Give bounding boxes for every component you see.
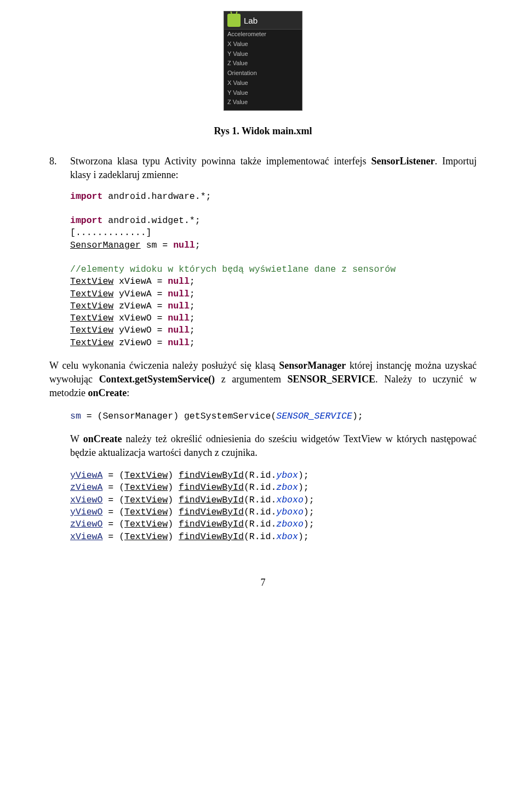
android-icon	[227, 14, 241, 27]
type-name: SensorManager	[70, 240, 141, 250]
android-screenshot: Lab Accelerometer X Value Y Value Z Valu…	[49, 11, 477, 111]
code-text: );	[298, 470, 309, 481]
code-text: );	[298, 482, 309, 493]
code-text: yViewA =	[113, 289, 168, 299]
code-text: (R.id.	[244, 470, 276, 481]
code-text: )	[168, 495, 179, 505]
method-call: findViewById	[179, 507, 244, 517]
code-text: );	[304, 495, 315, 505]
body-text: W	[70, 433, 83, 444]
body-text: z argumentem	[215, 374, 288, 385]
code-text: );	[298, 531, 309, 542]
code-text: xViewO =	[113, 313, 168, 323]
type-name: TextView	[70, 325, 113, 335]
class-name: SensorManager	[279, 360, 346, 371]
keyword: import	[70, 215, 102, 226]
code-text: ;	[190, 325, 195, 335]
code-text: (R.id.	[244, 507, 276, 517]
constant: xboxo	[276, 495, 304, 505]
type-name: TextView	[124, 531, 168, 542]
constant-name: SENSOR_SERVICE	[288, 374, 375, 385]
code-text: zViewA =	[113, 301, 168, 311]
body-text: :	[127, 387, 129, 398]
code-text: zViewO =	[113, 338, 168, 348]
variable: xViewA	[70, 531, 102, 542]
code-text: ;	[190, 338, 195, 348]
sensor-label: X Value	[224, 78, 302, 88]
body-text: Stworzona klasa typu Activity powinna ta…	[70, 156, 371, 167]
item-text: Stworzona klasa typu Activity powinna ta…	[70, 155, 477, 182]
code-text: = (	[102, 531, 124, 542]
code-text: sm =	[141, 240, 173, 250]
constant: SENSOR_SERVICE	[276, 411, 352, 421]
variable: xViewO	[70, 495, 102, 505]
code-block-imports: import android.hardware.*; import androi…	[70, 191, 477, 349]
code-text: = (SensorManager) getSystemService(	[81, 411, 276, 421]
code-text: = (	[102, 519, 124, 529]
phone-titlebar: Lab	[224, 12, 302, 30]
constant: ybox	[276, 470, 298, 481]
sensor-label: Z Value	[224, 59, 302, 68]
class-name: SensorListener	[371, 156, 435, 167]
type-name: TextView	[70, 289, 113, 299]
keyword: null	[168, 313, 190, 323]
code-text: ;	[190, 289, 195, 299]
constant: zboxo	[276, 519, 304, 529]
method-call: findViewById	[179, 495, 244, 505]
keyword: null	[168, 325, 190, 335]
variable: zViewA	[70, 482, 102, 493]
type-name: TextView	[124, 495, 168, 505]
code-block-sm: sm = (SensorManager) getSystemService(SE…	[70, 410, 477, 422]
constant: zbox	[276, 482, 298, 493]
code-text: = (	[102, 495, 124, 505]
app-title: Lab	[244, 15, 258, 26]
keyword: null	[168, 276, 190, 287]
code-text: android.widget.*;	[102, 215, 200, 226]
type-name: TextView	[70, 276, 113, 287]
constant: yboxo	[276, 507, 304, 517]
code-text: )	[168, 507, 179, 517]
type-name: TextView	[70, 301, 113, 311]
method-name: onCreate	[83, 433, 122, 444]
method-call: findViewById	[179, 519, 244, 529]
code-text: ;	[195, 240, 201, 250]
code-text: [.............]	[70, 227, 152, 238]
body-text: należy też określić odniesienia do sześc…	[70, 433, 477, 458]
variable: yViewA	[70, 470, 102, 481]
type-name: TextView	[124, 482, 168, 493]
variable: sm	[70, 411, 81, 421]
type-name: TextView	[70, 338, 113, 348]
code-text: )	[168, 519, 179, 529]
code-text: xViewA =	[113, 276, 168, 287]
type-name: TextView	[70, 313, 113, 323]
code-text: ;	[190, 276, 195, 287]
method-name: onCreate	[88, 387, 127, 398]
code-text: yViewO =	[113, 325, 168, 335]
variable: yViewO	[70, 507, 102, 517]
comment: //elementy widoku w których będą wyświet…	[70, 264, 396, 275]
method-call: findViewById	[179, 470, 244, 481]
keyword: import	[70, 191, 102, 202]
sensor-label: Y Value	[224, 88, 302, 98]
method-call: findViewById	[179, 531, 244, 542]
phone-frame: Lab Accelerometer X Value Y Value Z Valu…	[224, 11, 302, 111]
keyword: null	[173, 240, 195, 250]
sensor-label: Z Value	[224, 98, 302, 107]
code-text: )	[168, 470, 179, 481]
type-name: TextView	[124, 507, 168, 517]
keyword: null	[168, 301, 190, 311]
figure-caption: Rys 1. Widok main.xml	[49, 124, 477, 138]
code-text: (R.id.	[244, 495, 276, 505]
paragraph: W onCreate należy też określić odniesien…	[70, 432, 477, 460]
paragraph: W celu wykonania ćwiczenia należy posłuż…	[49, 359, 477, 401]
list-item-8: 8. Stworzona klasa typu Activity powinna…	[49, 155, 477, 182]
item-number: 8.	[49, 155, 70, 182]
code-text: (R.id.	[244, 482, 276, 493]
code-text: = (	[102, 470, 124, 481]
variable: zViewO	[70, 519, 102, 529]
type-name: TextView	[124, 470, 168, 481]
body-text: W celu wykonania ćwiczenia należy posłuż…	[49, 360, 279, 371]
sensor-label: Orientation	[224, 68, 302, 78]
constant: xbox	[276, 531, 298, 542]
code-block-findview: yViewA = (TextView) findViewById(R.id.yb…	[70, 470, 477, 543]
